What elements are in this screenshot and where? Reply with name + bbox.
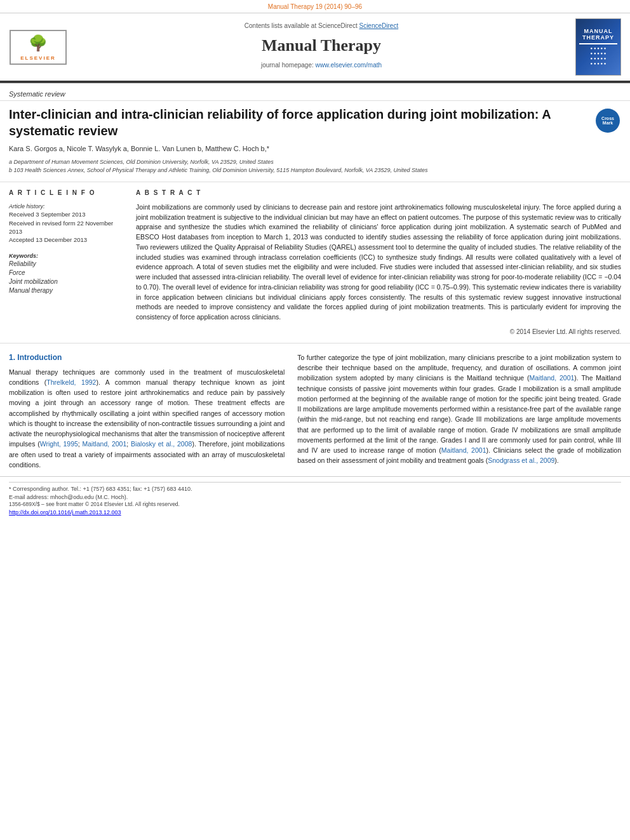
article-title-section: Inter-clinician and intra-clinician reli… — [0, 101, 630, 182]
affiliations: a Department of Human Movement Sciences,… — [9, 158, 621, 175]
article-main-title: Inter-clinician and intra-clinician reli… — [9, 106, 589, 139]
article-title-container: Inter-clinician and intra-clinician reli… — [9, 106, 621, 139]
cover-title-manual: MANUAL — [584, 28, 613, 35]
email-address: E-mail address: mhoch@odu.edu (M.C. Hoch… — [9, 493, 621, 502]
issn-line: 1356-689X/$ – see front matter © 2014 El… — [9, 501, 621, 509]
keyword-manual-therapy: Manual therapy — [9, 286, 123, 295]
threlkeld-link[interactable]: Threlkeld, 1992 — [46, 378, 96, 386]
keyword-reliability: Reliability — [9, 260, 123, 269]
elsevier-logo-area: 🌳 ELSEVIER — [6, 18, 70, 76]
section-1-header: 1. Introduction — [9, 352, 285, 363]
keyword-joint-mob: Joint mobilization — [9, 277, 123, 286]
journal-header-center: Contents lists available at ScienceDirec… — [76, 18, 566, 76]
affiliation-b: b 103 Health Sciences Annex, School of P… — [9, 166, 621, 175]
keywords-section: Keywords: Reliability Force Joint mobili… — [9, 252, 123, 296]
crossmark-circle: CrossMark — [596, 109, 620, 133]
homepage-label: journal homepage: — [261, 62, 314, 69]
cover-title-therapy: THERAPY — [582, 34, 614, 41]
science-direct-notice: Contents lists available at ScienceDirec… — [76, 22, 566, 30]
doi-line[interactable]: http://dx.doi.org/10.1016/j.math.2013.12… — [9, 509, 621, 517]
header-divider — [0, 82, 630, 83]
homepage-link[interactable]: www.elsevier.com/math — [316, 62, 382, 69]
footnote-divider — [9, 482, 621, 483]
article-info-header: A R T I C L E I N F O — [9, 189, 123, 197]
section-1-left-text: Manual therapy techniques are commonly u… — [9, 367, 285, 470]
left-column: 1. Introduction Manual therapy technique… — [9, 352, 285, 470]
crossmark-text: CrossMark — [601, 116, 614, 126]
article-history: Article history: Received 3 September 20… — [9, 203, 123, 244]
maitland-link1[interactable]: Maitland, 2001 — [83, 440, 127, 448]
journal-cover-image: MANUAL THERAPY ● ● ● ● ●● ● ● ● ●● ● ● ●… — [575, 18, 621, 76]
journal-homepage: journal homepage: www.elsevier.com/math — [76, 61, 566, 70]
snodgrass-link[interactable]: Snodgrass et al., 2009 — [488, 457, 554, 464]
authors-line: Kara S. Gorgos a, Nicole T. Wasylyk a, B… — [9, 144, 621, 154]
science-direct-link[interactable]: ScienceDirect — [359, 22, 398, 29]
abstract-header: A B S T R A C T — [136, 189, 621, 197]
maitland-link3[interactable]: Maitland, 2001 — [441, 446, 486, 454]
article-type-label: Systematic review — [0, 86, 630, 101]
copyright-line: © 2014 Elsevier Ltd. All rights reserved… — [136, 328, 621, 337]
journal-volume: Manual Therapy 19 (2014) 90–96 — [0, 0, 630, 13]
section-1-number: 1. — [9, 353, 15, 362]
doi-link[interactable]: http://dx.doi.org/10.1016/j.math.2013.12… — [9, 509, 121, 516]
science-direct-text: Contents lists available at ScienceDirec… — [245, 22, 358, 29]
authors-text: Kara S. Gorgos a, Nicole T. Wasylyk a, B… — [9, 145, 269, 152]
journal-cover-area: MANUAL THERAPY ● ● ● ● ●● ● ● ● ●● ● ● ●… — [573, 18, 624, 76]
wright-link[interactable]: Wright, 1995 — [40, 440, 78, 448]
journal-title: Manual Therapy — [76, 34, 566, 57]
main-content: 1. Introduction Manual therapy technique… — [0, 343, 630, 476]
journal-header: 🌳 ELSEVIER Contents lists available at S… — [0, 13, 630, 82]
affiliation-a: a Department of Human Movement Sciences,… — [9, 158, 621, 167]
corresponding-author: * Corresponding author. Tel.: +1 (757) 6… — [9, 485, 621, 493]
article-info-column: A R T I C L E I N F O Article history: R… — [9, 189, 123, 337]
maitland-link2[interactable]: Maitland, 2001 — [530, 374, 575, 382]
history-label: Article history: — [9, 203, 123, 211]
bialosky-link[interactable]: Bialosky et al., 2008 — [131, 440, 192, 448]
elsevier-logo: 🌳 ELSEVIER — [10, 30, 67, 65]
top-bar: Manual Therapy 19 (2014) 90–96 — [0, 0, 630, 13]
keyword-force: Force — [9, 269, 123, 277]
elsevier-tree-icon: 🌳 — [20, 32, 56, 54]
revised-date: Received in revised form 22 November 201… — [9, 219, 123, 236]
crossmark-badge: CrossMark — [596, 109, 621, 134]
right-column: To further categorize the type of joint … — [297, 352, 621, 470]
info-abstract-section: A R T I C L E I N F O Article history: R… — [0, 182, 630, 343]
section-1-right-text: To further categorize the type of joint … — [297, 352, 621, 466]
abstract-text: Joint mobilizations are commonly used by… — [136, 203, 621, 323]
section-1-title: Introduction — [17, 353, 62, 362]
cover-detail: ● ● ● ● ●● ● ● ● ●● ● ● ● ●● ● ● ● ● — [591, 46, 607, 66]
abstract-column: A B S T R A C T Joint mobilizations are … — [136, 189, 621, 337]
received-date: Received 3 September 2013 — [9, 210, 123, 218]
keywords-label: Keywords: — [9, 252, 123, 260]
accepted-date: Accepted 13 December 2013 — [9, 236, 123, 244]
footnote-section: * Corresponding author. Tel.: +1 (757) 6… — [0, 476, 630, 519]
elsevier-brand: ELSEVIER — [20, 55, 56, 62]
